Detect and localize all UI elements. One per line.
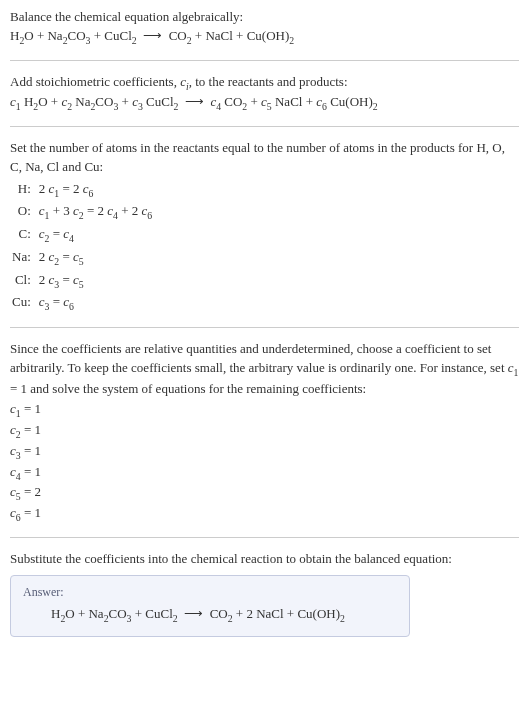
coeff-line: c6 = 1 <box>10 504 519 525</box>
intro-section: Balance the chemical equation algebraica… <box>10 8 519 48</box>
stoich-section: Add stoichiometric coefficients, ci, to … <box>10 73 519 114</box>
atoms-section: Set the number of atoms in the reactants… <box>10 139 519 315</box>
divider <box>10 60 519 61</box>
element-equation: c2 = c4 <box>37 224 158 247</box>
element-equation: 2 c3 = c5 <box>37 270 158 293</box>
stoich-text: Add stoichiometric coefficients, ci, to … <box>10 73 519 94</box>
atoms-row: Na:2 c2 = c5 <box>10 247 158 270</box>
element-equation: 2 c2 = c5 <box>37 247 158 270</box>
atoms-row: C:c2 = c4 <box>10 224 158 247</box>
atoms-row: O:c1 + 3 c2 = 2 c4 + 2 c6 <box>10 201 158 224</box>
divider <box>10 537 519 538</box>
atoms-row: Cl:2 c3 = c5 <box>10 270 158 293</box>
element-label: H: <box>10 179 37 202</box>
balanced-equation: H2O + Na2CO3 + CuCl2 ⟶ CO2 + 2 NaCl + Cu… <box>23 605 397 626</box>
atoms-text: Set the number of atoms in the reactants… <box>10 139 519 177</box>
atoms-row: H:2 c1 = 2 c6 <box>10 179 158 202</box>
answer-box: Answer: H2O + Na2CO3 + CuCl2 ⟶ CO2 + 2 N… <box>10 575 410 637</box>
element-equation: c1 + 3 c2 = 2 c4 + 2 c6 <box>37 201 158 224</box>
atoms-table: H:2 c1 = 2 c6O:c1 + 3 c2 = 2 c4 + 2 c6C:… <box>10 179 158 315</box>
answer-label: Answer: <box>23 584 397 601</box>
divider <box>10 327 519 328</box>
coeff-line: c5 = 2 <box>10 483 519 504</box>
divider <box>10 126 519 127</box>
element-equation: c3 = c6 <box>37 292 158 315</box>
element-label: Cl: <box>10 270 37 293</box>
element-label: Na: <box>10 247 37 270</box>
element-label: O: <box>10 201 37 224</box>
element-label: Cu: <box>10 292 37 315</box>
stoich-equation: c1 H2O + c2 Na2CO3 + c3 CuCl2 ⟶ c4 CO2 +… <box>10 93 519 114</box>
atoms-table-body: H:2 c1 = 2 c6O:c1 + 3 c2 = 2 c4 + 2 c6C:… <box>10 179 158 315</box>
solve-section: Since the coefficients are relative quan… <box>10 340 519 525</box>
coeff-line: c1 = 1 <box>10 400 519 421</box>
unbalanced-equation: H2O + Na2CO3 + CuCl2 ⟶ CO2 + NaCl + Cu(O… <box>10 27 519 48</box>
coeff-line: c3 = 1 <box>10 442 519 463</box>
coeff-line: c2 = 1 <box>10 421 519 442</box>
atoms-row: Cu:c3 = c6 <box>10 292 158 315</box>
coeff-list: c1 = 1c2 = 1c3 = 1c4 = 1c5 = 2c6 = 1 <box>10 400 519 524</box>
element-equation: 2 c1 = 2 c6 <box>37 179 158 202</box>
element-label: C: <box>10 224 37 247</box>
final-text: Substitute the coefficients into the che… <box>10 550 519 569</box>
coeff-line: c4 = 1 <box>10 463 519 484</box>
solve-text: Since the coefficients are relative quan… <box>10 340 519 398</box>
intro-text: Balance the chemical equation algebraica… <box>10 8 519 27</box>
final-section: Substitute the coefficients into the che… <box>10 550 519 637</box>
